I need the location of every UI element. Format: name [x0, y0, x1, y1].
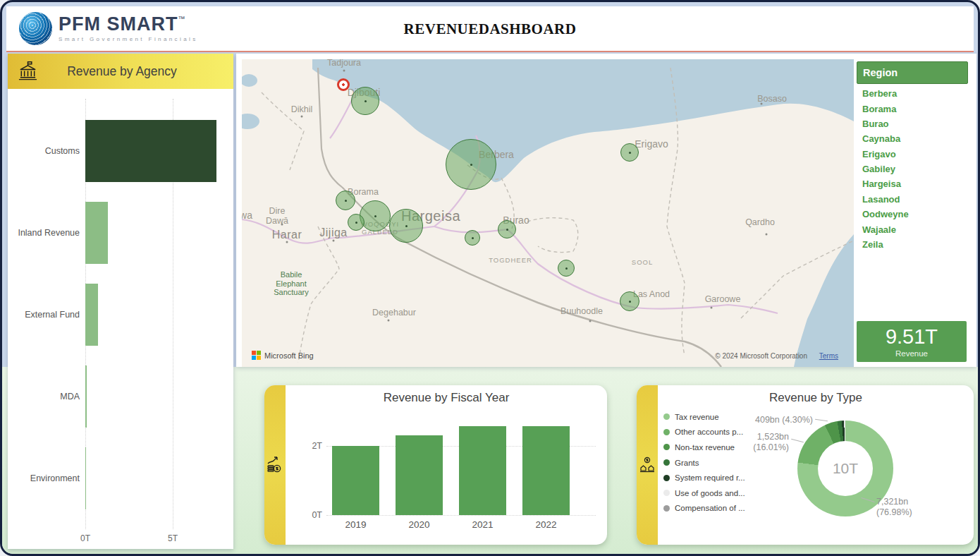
map-bubble-hargeisa[interactable]	[389, 209, 423, 243]
map-label-babile-elephant-sanctuary: Babile Elephant Sanctuary	[274, 270, 309, 297]
fiscal-bar-2020[interactable]	[396, 435, 443, 515]
region-filter-item-oodweyne[interactable]: Oodweyne	[857, 207, 967, 222]
fiscal-year-chart-plot: 0T2T2019202020212022	[264, 385, 607, 545]
agency-x-tick: 5T	[159, 533, 187, 543]
map-bubble-wajaale[interactable]	[360, 200, 391, 231]
agency-bar-mda[interactable]	[85, 365, 87, 428]
revenue-by-fiscal-year-card: Revenue by Fiscal Year 0T2T2019202020212…	[264, 385, 607, 545]
region-filter-item-berbera[interactable]: Berbera	[857, 86, 967, 101]
fiscal-gridline	[326, 515, 596, 516]
region-filter-item-zeila[interactable]: Zeila	[857, 237, 967, 252]
agency-bar-inland-revenue[interactable]	[85, 202, 108, 264]
map-city-dot	[761, 103, 763, 105]
agency-chart-plot: 0T5TCustomsInland RevenueExternal FundMD…	[8, 89, 233, 549]
region-filter-item-burao[interactable]: Burao	[857, 116, 967, 131]
logo-text: PFM SMART	[59, 13, 178, 35]
fiscal-bar-2021[interactable]	[459, 426, 506, 515]
page-title: REVENUEDASHBOARD	[404, 20, 577, 37]
map-city-dot	[343, 70, 345, 72]
map-attribution: © 2024 Microsoft Corporation	[715, 352, 807, 360]
map-bubble-lasanod[interactable]	[620, 291, 639, 311]
donut-callout-other: 1,523bn (16.01%)	[734, 432, 789, 453]
fiscal-y-tick: 2T	[298, 441, 322, 451]
map-city-dot	[286, 241, 288, 243]
map-bubble-burao[interactable]	[498, 220, 516, 238]
map-bubble-caynaba[interactable]	[558, 260, 575, 277]
agency-bar-environment[interactable]	[85, 447, 86, 509]
legend-item-non-tax-revenue[interactable]: Non-tax revenue	[663, 440, 745, 455]
region-filter-item-caynaba[interactable]: Caynaba	[857, 131, 967, 146]
bing-map[interactable]: TadjouraDjiboutiDikhilBosasoErigavoBerbe…	[242, 59, 854, 367]
map-location-pin-icon[interactable]	[337, 78, 350, 91]
legend-dot	[663, 444, 670, 450]
legend-item-system-required-r-[interactable]: System required r...	[663, 470, 745, 485]
map-bubble-erigavo[interactable]	[620, 143, 639, 162]
legend-dot	[663, 429, 670, 435]
legend-label: Grants	[675, 459, 699, 467]
map-label-jijiga: Jijiga	[319, 226, 347, 239]
map-bubble-berbera[interactable]	[446, 139, 496, 190]
fiscal-y-tick: 0T	[298, 510, 322, 520]
donut-callout-tax: 7,321bn (76.98%)	[876, 497, 933, 518]
region-filter-item-erigavo[interactable]: Erigavo	[857, 147, 967, 162]
legend-dot	[663, 459, 670, 466]
agency-category-label: Inland Revenue	[9, 228, 80, 238]
legend-label: Non-tax revenue	[675, 443, 735, 452]
map-terms-link[interactable]: Terms	[819, 352, 838, 360]
legend-label: Compensation of ...	[675, 504, 745, 512]
map-city-dot	[589, 320, 592, 322]
donut-callout-line	[791, 439, 804, 442]
fiscal-bar-2019[interactable]	[332, 446, 379, 515]
legend-item-compensation-of-[interactable]: Compensation of ...	[663, 501, 745, 516]
fiscal-x-label: 2021	[451, 519, 515, 530]
map-label-harar: Harar	[272, 229, 302, 241]
legend-item-tax-revenue[interactable]: Tax revenue	[663, 409, 745, 425]
map-label-wa: wa	[242, 210, 252, 221]
region-filter-item-lasanod[interactable]: Lasanod	[857, 192, 967, 207]
pfm-smart-logo: PFM SMART™ Smart Government Financials	[19, 12, 198, 45]
bing-label: Microsoft Bing	[264, 351, 314, 360]
agency-category-label: MDA	[9, 392, 80, 401]
map-label-buuhoodle: Buuhoodle	[561, 306, 603, 316]
agency-x-tick: 0T	[71, 533, 99, 543]
bing-logo: Microsoft Bing	[252, 351, 314, 360]
total-revenue-value: 9.51T	[886, 325, 938, 349]
fiscal-x-label: 2020	[388, 519, 451, 530]
legend-label: Use of goods and...	[675, 489, 745, 497]
map-label-garoowe: Garoowe	[705, 294, 741, 304]
region-filter-header[interactable]: Region	[857, 61, 968, 84]
legend-item-grants[interactable]: Grants	[663, 455, 745, 471]
region-filter-item-hargeisa[interactable]: Hargeisa	[857, 176, 967, 191]
legend-dot	[663, 490, 670, 496]
map-bubble-gabiley[interactable]	[348, 214, 365, 231]
map-bubble-borama[interactable]	[336, 191, 355, 210]
type-chart-title: Revenue by Type	[658, 391, 974, 405]
donut-center-total: 10T	[818, 441, 873, 496]
region-filter-list: BerberaBoramaBuraoCaynabaErigavoGabileyH…	[857, 86, 967, 252]
map-label-sool: SOOL	[632, 259, 653, 267]
agency-category-label: Environment	[9, 473, 80, 483]
region-filter-item-borama[interactable]: Borama	[857, 101, 967, 116]
legend-item-other-accounts-p-[interactable]: Other accounts p...	[663, 425, 745, 440]
region-filter-item-gabiley[interactable]: Gabiley	[857, 162, 967, 176]
agency-card-header: Revenue by Agency	[8, 54, 233, 89]
dashboard-page: PFM SMART™ Smart Government Financials R…	[0, 0, 980, 556]
agency-bar-external-fund[interactable]	[85, 284, 98, 346]
fiscal-x-label: 2022	[515, 519, 578, 530]
map-bubble-oodweyne[interactable]	[465, 230, 480, 246]
map-label-tadjoura: Tadjoura	[327, 59, 361, 68]
revenue-by-type-card: Revenue by Type Tax revenueOther account…	[637, 385, 974, 545]
donut-callout-nontax: 409bn (4.30%)	[748, 415, 813, 425]
map-label-togdheer: TOGDHEER	[489, 257, 532, 265]
legend-label: Other accounts p...	[675, 428, 743, 436]
map-city-dot	[301, 116, 303, 118]
region-filter-item-wajaale[interactable]: Wajaale	[857, 222, 967, 236]
map-bubble-zeila[interactable]	[351, 87, 379, 115]
bank-icon	[17, 61, 39, 82]
agency-category-label: Customs	[9, 146, 80, 156]
legend-label: Tax revenue	[675, 413, 719, 421]
agency-bar-customs[interactable]	[85, 120, 216, 182]
legend-item-use-of-goods-and-[interactable]: Use of goods and...	[663, 485, 745, 501]
fiscal-bar-2022[interactable]	[522, 426, 570, 515]
legend-dot	[663, 505, 670, 512]
